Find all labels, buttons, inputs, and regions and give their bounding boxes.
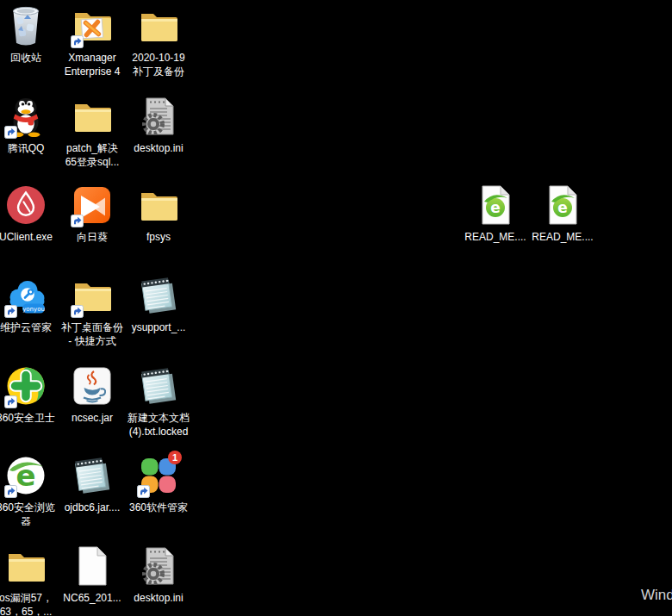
desktop-icon-tencent-qq[interactable]: 腾讯QQ <box>0 95 62 155</box>
icon-label: 360安全浏览 器 <box>0 501 62 528</box>
folder-icon <box>56 95 128 138</box>
notification-badge: 1 <box>168 451 182 464</box>
desktop-icon-sunflower-remote[interactable]: 向日葵 <box>56 184 128 244</box>
blank-document-icon <box>56 544 128 588</box>
shortcut-arrow-icon <box>4 305 17 318</box>
icon-label: ncsec.jar <box>56 411 128 425</box>
svg-text:e: e <box>557 199 568 216</box>
icon-label: ojdbc6.jar.... <box>56 501 128 514</box>
recycle-bin-icon <box>0 4 62 47</box>
green-e-icon: e <box>0 454 62 497</box>
folder-icon <box>122 4 195 47</box>
desktop-icon-xmanager-enterprise-4[interactable]: Xmanager Enterprise 4 <box>56 4 128 78</box>
folder-x-icon <box>56 4 128 47</box>
desktop-icon-yonyou-cloud-manager[interactable]: yonyou维护云管家 <box>0 274 62 334</box>
four-petals-icon: 1 <box>122 454 195 497</box>
shortcut-arrow-icon <box>137 485 150 498</box>
shortcut-arrow-icon <box>71 35 84 48</box>
svg-text:yonyou: yonyou <box>22 306 45 313</box>
desktop-icon-folder-fpsys[interactable]: fpsys <box>122 184 195 244</box>
icon-label: Xmanager Enterprise 4 <box>56 51 128 78</box>
icon-label: os漏洞57， 63，65，... <box>0 591 62 616</box>
desktop-icon-nc65-doc[interactable]: NC65_201... <box>56 544 128 605</box>
icon-label: READ_ME.... <box>459 230 532 244</box>
icon-label: patch_解决 65登录sql... <box>56 141 128 169</box>
desktop-icon-ojdbc6-jar[interactable]: ojdbc6.jar.... <box>56 454 128 514</box>
html-document-icon: e <box>459 184 532 227</box>
folder-icon <box>0 544 62 588</box>
notepad-icon <box>122 274 195 317</box>
desktop-icon-grid: 回收站Xmanager Enterprise 42020-10-19 补丁及备份… <box>0 0 672 616</box>
icon-label: desktop.ini <box>122 591 195 605</box>
icon-label: 新建文本文档 (4).txt.locked <box>122 411 195 439</box>
java-cup-icon <box>56 364 128 408</box>
shortcut-arrow-icon <box>71 215 84 227</box>
icon-label: 补丁桌面备份 - 快捷方式 <box>56 320 128 348</box>
desktop-icon-folder-2020-10-19-backup[interactable]: 2020-10-19 补丁及备份 <box>122 4 195 78</box>
desktop-icon-uclient-exe[interactable]: UClient.exe <box>0 184 62 244</box>
icon-label: fpsys <box>122 230 195 244</box>
icon-label: 360软件管家 <box>122 501 195 514</box>
cloud-wrench-icon: yonyou <box>0 274 62 317</box>
desktop-icon-folder-vulnerabilities[interactable]: os漏洞57， 63，65，... <box>0 544 62 616</box>
notepad-icon <box>56 454 128 497</box>
shortcut-arrow-icon <box>4 395 17 408</box>
desktop-icon-folder-patch-sql[interactable]: patch_解决 65登录sql... <box>56 95 128 169</box>
desktop-icon-360-safe-browser[interactable]: e360安全浏览 器 <box>0 454 62 528</box>
shortcut-arrow-icon <box>4 485 17 498</box>
icon-label: 腾讯QQ <box>0 141 62 155</box>
green-plus-circle-icon <box>0 364 62 408</box>
sunflower-icon <box>56 184 128 227</box>
desktop-icon-ysupport-file[interactable]: ysupport_... <box>122 274 195 334</box>
desktop-icon-360-software-manager[interactable]: 1360软件管家 <box>122 454 195 514</box>
desktop-icon-ncsec-jar[interactable]: ncsec.jar <box>56 364 128 425</box>
uclient-drop-icon <box>0 184 62 227</box>
desktop-icon-new-text-doc-locked[interactable]: 新建文本文档 (4).txt.locked <box>122 364 195 439</box>
html-document-icon: e <box>526 184 599 227</box>
desktop-icon-folder-patch-desktop-backup[interactable]: 补丁桌面备份 - 快捷方式 <box>56 274 128 348</box>
icon-label: 回收站 <box>0 51 62 65</box>
icon-label: 2020-10-19 补丁及备份 <box>122 51 195 78</box>
svg-text:e: e <box>490 199 501 216</box>
desktop-icon-desktop-ini-top[interactable]: desktop.ini <box>122 95 195 155</box>
folder-icon <box>122 184 195 227</box>
icon-label: desktop.ini <box>122 141 195 155</box>
desktop-icon-read-me-2[interactable]: eREAD_ME.... <box>526 184 599 244</box>
folder-icon <box>56 274 128 317</box>
qq-penguin-icon <box>0 95 62 138</box>
icon-label: 360安全卫士 <box>0 411 62 425</box>
windows-watermark-text: Wind <box>641 587 672 604</box>
shortcut-arrow-icon <box>71 305 84 318</box>
icon-label: ysupport_... <box>122 320 195 334</box>
shortcut-arrow-icon <box>4 126 17 139</box>
desktop-icon-desktop-ini-bottom[interactable]: desktop.ini <box>122 544 195 605</box>
notepad-icon <box>122 364 195 408</box>
icon-label: 维护云管家 <box>0 320 62 334</box>
desktop-icon-read-me-1[interactable]: eREAD_ME.... <box>459 184 532 244</box>
icon-label: 向日葵 <box>56 230 128 244</box>
icon-label: UClient.exe <box>0 230 62 244</box>
gear-document-icon <box>122 95 195 138</box>
icon-label: NC65_201... <box>56 591 128 605</box>
desktop-icon-recycle-bin[interactable]: 回收站 <box>0 4 62 65</box>
desktop-icon-360-safe-guard[interactable]: 360安全卫士 <box>0 364 62 425</box>
gear-document-icon <box>122 544 195 588</box>
icon-label: READ_ME.... <box>526 230 599 244</box>
